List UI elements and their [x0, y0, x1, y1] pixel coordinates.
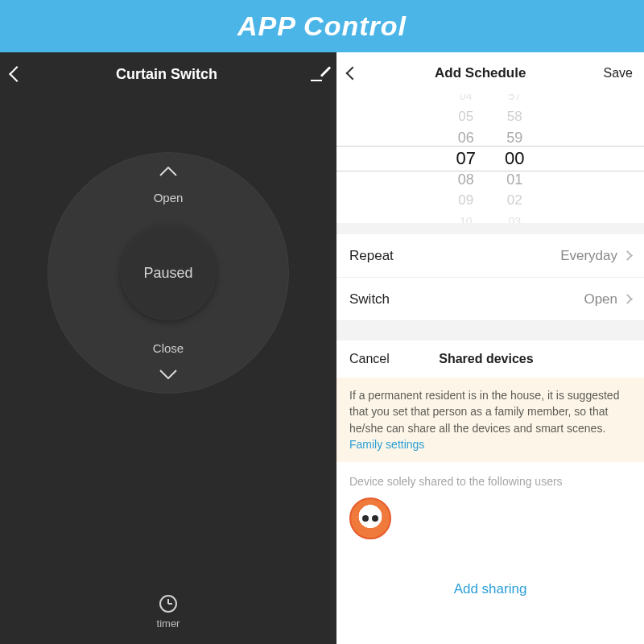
family-settings-link[interactable]: Family settings	[349, 438, 424, 451]
shared-title: Shared devices	[396, 352, 576, 366]
chevron-down-icon	[159, 369, 177, 379]
shared-header: Cancel Shared devices	[336, 341, 644, 378]
timer-label: timer	[157, 617, 180, 630]
banner: APP Control	[0, 0, 644, 52]
time-picker[interactable]: 04 05 06 07 08 09 10 57 58 59 00 01 02 0…	[336, 94, 644, 223]
banner-title: APP Control	[237, 10, 407, 42]
chevron-right-icon	[622, 250, 633, 261]
open-button[interactable]	[159, 167, 177, 176]
clock-icon	[159, 595, 177, 613]
save-button[interactable]: Save	[604, 66, 633, 80]
curtain-title: Curtain Switch	[116, 66, 217, 83]
cancel-button[interactable]: Cancel	[349, 352, 390, 366]
schedule-header: Add Schedule Save	[336, 52, 644, 94]
schedule-title: Add Schedule	[357, 65, 604, 81]
shared-users	[336, 494, 644, 572]
switch-value: Open	[584, 291, 617, 308]
pencil-icon	[311, 67, 325, 81]
hour-wheel[interactable]: 04 05 06 07 08 09 10	[456, 94, 476, 223]
curtain-panel: Curtain Switch Open Paused Close	[0, 52, 336, 644]
control-dial: Open Paused Close	[47, 152, 289, 394]
minute-wheel[interactable]: 57 58 59 00 01 02 03	[505, 94, 524, 223]
switch-row[interactable]: Switch Open	[336, 278, 644, 321]
chevron-left-icon	[9, 66, 25, 82]
repeat-label: Repeat	[349, 248, 394, 264]
repeat-row[interactable]: Repeat Everyday	[336, 234, 644, 278]
family-notice: If a permanent resident is in the house,…	[336, 378, 644, 462]
timer-button[interactable]: timer	[0, 595, 336, 630]
curtain-header: Curtain Switch	[0, 52, 336, 96]
notice-text: If a permanent resident is in the house,…	[349, 389, 619, 435]
edit-button[interactable]	[311, 67, 325, 81]
sole-shared-text: Device solely shared to the following us…	[336, 462, 644, 494]
switch-label: Switch	[349, 291, 390, 308]
user-avatar[interactable]	[349, 497, 391, 539]
close-button[interactable]	[159, 369, 177, 379]
open-label: Open	[47, 191, 289, 204]
back-button[interactable]	[348, 68, 357, 78]
add-sharing-button[interactable]: Add sharing	[336, 572, 644, 612]
repeat-value: Everyday	[560, 248, 617, 264]
schedule-panel: Add Schedule Save 04 05 06 07 08 09 10 5…	[336, 52, 644, 644]
close-label: Close	[47, 341, 289, 355]
chevron-right-icon	[622, 294, 633, 304]
chevron-up-icon	[159, 167, 177, 176]
back-button[interactable]	[11, 68, 23, 80]
